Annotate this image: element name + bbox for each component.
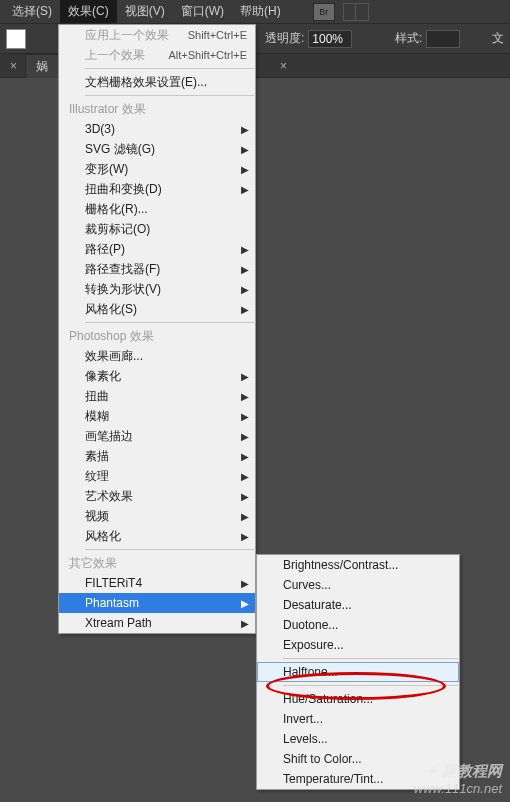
chevron-right-icon: ▶	[241, 284, 249, 295]
submenu-item-levels[interactable]: Levels...	[257, 729, 459, 749]
submenu-item-brightness-contrast[interactable]: Brightness/Contrast...	[257, 555, 459, 575]
chevron-right-icon: ▶	[241, 471, 249, 482]
submenu-item-curves[interactable]: Curves...	[257, 575, 459, 595]
chevron-right-icon: ▶	[241, 144, 249, 155]
menu-section-photoshop: Photoshop 效果	[59, 326, 255, 346]
menu-item-stylize-ps[interactable]: 风格化▶	[59, 526, 255, 546]
chevron-right-icon: ▶	[241, 244, 249, 255]
doc-label-truncated: 文	[492, 30, 504, 47]
tab-close-stray-2[interactable]: ×	[280, 59, 287, 73]
chevron-right-icon: ▶	[241, 371, 249, 382]
menu-item-texture[interactable]: 纹理▶	[59, 466, 255, 486]
menu-item-pixelate[interactable]: 像素化▶	[59, 366, 255, 386]
chevron-right-icon: ▶	[241, 578, 249, 589]
menu-item-xtream-path[interactable]: Xtream Path▶	[59, 613, 255, 633]
document-tab-label: 娲	[36, 59, 48, 73]
menu-item-svg-filters[interactable]: SVG 滤镜(G)▶	[59, 139, 255, 159]
menu-item-rasterize[interactable]: 栅格化(R)...	[59, 199, 255, 219]
chevron-right-icon: ▶	[241, 184, 249, 195]
menu-item-video[interactable]: 视频▶	[59, 506, 255, 526]
menu-item-convert-shape[interactable]: 转换为形状(V)▶	[59, 279, 255, 299]
chevron-right-icon: ▶	[241, 124, 249, 135]
chevron-right-icon: ▶	[241, 511, 249, 522]
chevron-right-icon: ▶	[241, 164, 249, 175]
menu-item-doc-raster[interactable]: 文档栅格效果设置(E)...	[59, 72, 255, 92]
menu-item-filterit4[interactable]: FILTERiT4▶	[59, 573, 255, 593]
submenu-item-temperature-tint[interactable]: Temperature/Tint...	[257, 769, 459, 789]
menu-section-illustrator: Illustrator 效果	[59, 99, 255, 119]
chevron-right-icon: ▶	[241, 531, 249, 542]
opacity-input[interactable]	[308, 30, 352, 48]
chevron-right-icon: ▶	[241, 431, 249, 442]
menu-item-apply-last: 应用上一个效果Shift+Ctrl+E	[59, 25, 255, 45]
submenu-item-invert[interactable]: Invert...	[257, 709, 459, 729]
menu-item-warp[interactable]: 变形(W)▶	[59, 159, 255, 179]
menu-item-pathfinder[interactable]: 路径查找器(F)▶	[59, 259, 255, 279]
menu-select[interactable]: 选择(S)	[4, 0, 60, 23]
menu-item-crop-marks[interactable]: 裁剪标记(O)	[59, 219, 255, 239]
workspace-layout-icon[interactable]	[343, 3, 369, 21]
fill-swatch[interactable]	[6, 29, 26, 49]
menu-item-sketch[interactable]: 素描▶	[59, 446, 255, 466]
chevron-right-icon: ▶	[241, 451, 249, 462]
chevron-right-icon: ▶	[241, 618, 249, 629]
menu-help[interactable]: 帮助(H)	[232, 0, 289, 23]
menu-item-path[interactable]: 路径(P)▶	[59, 239, 255, 259]
submenu-item-duotone[interactable]: Duotone...	[257, 615, 459, 635]
style-swatch[interactable]	[426, 30, 460, 48]
phantasm-submenu: Brightness/Contrast... Curves... Desatur…	[256, 554, 460, 790]
chevron-right-icon: ▶	[241, 411, 249, 422]
menu-section-other: 其它效果	[59, 553, 255, 573]
menu-item-effect-gallery[interactable]: 效果画廊...	[59, 346, 255, 366]
chevron-right-icon: ▶	[241, 491, 249, 502]
style-label: 样式:	[395, 30, 422, 47]
menu-item-last-effect: 上一个效果Alt+Shift+Ctrl+E	[59, 45, 255, 65]
tab-close-stray[interactable]: ×	[10, 59, 17, 73]
submenu-item-halftone[interactable]: Halftone...	[257, 662, 459, 682]
submenu-item-desaturate[interactable]: Desaturate...	[257, 595, 459, 615]
menu-item-brush-strokes[interactable]: 画笔描边▶	[59, 426, 255, 446]
chevron-right-icon: ▶	[241, 304, 249, 315]
menu-item-distort-transform[interactable]: 扭曲和变换(D)▶	[59, 179, 255, 199]
menu-item-stylize-ai[interactable]: 风格化(S)▶	[59, 299, 255, 319]
menu-item-distort[interactable]: 扭曲▶	[59, 386, 255, 406]
submenu-item-hue-saturation[interactable]: Hue/Saturation...	[257, 689, 459, 709]
bridge-icon[interactable]: Br	[313, 3, 335, 21]
submenu-item-exposure[interactable]: Exposure...	[257, 635, 459, 655]
chevron-right-icon: ▶	[241, 391, 249, 402]
menubar: 选择(S) 效果(C) 视图(V) 窗口(W) 帮助(H) Br	[0, 0, 510, 24]
opacity-label: 透明度:	[265, 30, 304, 47]
submenu-item-shift-to-color[interactable]: Shift to Color...	[257, 749, 459, 769]
menu-effects[interactable]: 效果(C)	[60, 0, 117, 23]
chevron-right-icon: ▶	[241, 264, 249, 275]
menu-item-artistic[interactable]: 艺术效果▶	[59, 486, 255, 506]
menu-item-blur[interactable]: 模糊▶	[59, 406, 255, 426]
menu-view[interactable]: 视图(V)	[117, 0, 173, 23]
chevron-right-icon: ▶	[241, 598, 249, 609]
menu-window[interactable]: 窗口(W)	[173, 0, 232, 23]
menu-item-3d[interactable]: 3D(3)▶	[59, 119, 255, 139]
effects-menu: 应用上一个效果Shift+Ctrl+E 上一个效果Alt+Shift+Ctrl+…	[58, 24, 256, 634]
menu-item-phantasm[interactable]: Phantasm▶	[59, 593, 255, 613]
